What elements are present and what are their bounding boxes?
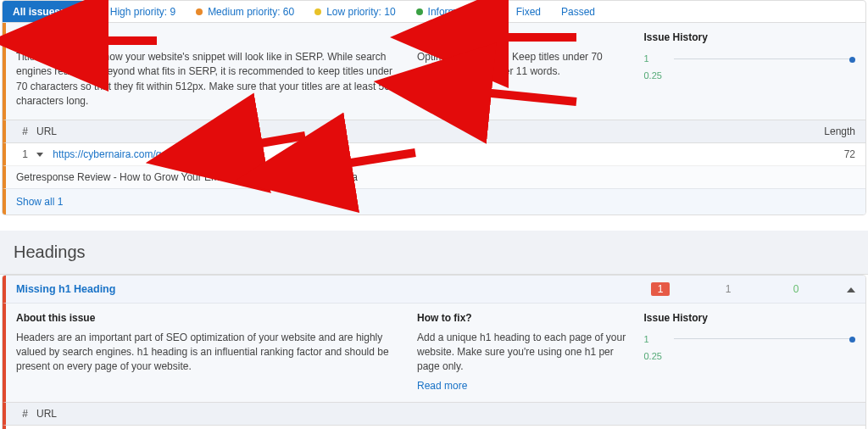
issue-title[interactable]: Missing h1 Heading [16, 283, 626, 295]
stat-current: 1 [626, 282, 694, 296]
read-more-link-2[interactable]: Read more [417, 380, 467, 392]
dot-orange-icon [196, 8, 203, 15]
issue-detail-panel-2: About this issue Headers are an importan… [3, 304, 865, 402]
tab-medium-count: 60 [283, 6, 294, 18]
issue-summary-bar[interactable]: Missing h1 Heading 1 1 0 [3, 276, 865, 304]
section-heading: Headings [0, 231, 868, 275]
row-title-text: Getresponse Review - How to Grow Your Em… [3, 165, 865, 188]
history-point-icon [849, 57, 855, 63]
tab-all-label: All issues: [13, 6, 64, 18]
history-heading-2: Issue History [643, 312, 855, 324]
caret-up-icon [847, 287, 855, 292]
dot-green-icon [416, 8, 423, 15]
priority-tabs: All issues: 97 High priority: 9 Medium p… [3, 1, 865, 23]
collapse-button[interactable] [830, 283, 855, 295]
stat-badge: 1 [651, 282, 670, 296]
row-num: 1 [16, 148, 36, 160]
tab-low-count: 10 [384, 6, 395, 18]
dot-yellow-icon [314, 8, 321, 15]
tab-info-label: Information: [428, 6, 481, 18]
tab-medium-label: Medium priority: [208, 6, 280, 18]
tab-info[interactable]: Information: 18 [406, 1, 506, 22]
col-num-2: # [16, 408, 36, 420]
tab-low-label: Low priority: [326, 6, 381, 18]
stat-prev: 1 [694, 283, 762, 295]
show-all-link[interactable]: Show all 1 [16, 196, 63, 208]
hist2-tick-2: 0.25 [643, 351, 674, 361]
hist-tick-2: 0.25 [643, 70, 674, 81]
col-num: # [16, 125, 36, 137]
about-heading: About this issue [16, 31, 402, 43]
table-row[interactable]: 1 https://cybernaira.com/getresponse-rev… [3, 143, 865, 165]
tab-low[interactable]: Low priority: 10 [304, 1, 405, 22]
read-more-link[interactable]: Read more [417, 85, 467, 97]
col-length: Length [787, 125, 855, 137]
history-heading: Issue History [643, 31, 855, 43]
tab-passed-label: Passed [561, 6, 595, 18]
about-text-2: Headers are an important part of SEO opt… [16, 331, 402, 375]
tab-medium[interactable]: Medium priority: 60 [186, 1, 304, 22]
url-table-header-2: # URL [3, 402, 865, 426]
col-url-2: URL [36, 408, 855, 420]
stat-fixed: 0 [762, 283, 830, 295]
about-heading-2: About this issue [16, 312, 402, 324]
tab-all-count: 97 [66, 6, 77, 18]
history-chart: 1 0.25 [643, 50, 855, 84]
url-link[interactable]: https://cybernaira.com/getresponse-revie… [53, 148, 247, 160]
url-table-header: # URL Length [3, 120, 865, 143]
history-point-icon [849, 337, 855, 343]
issue-detail-panel: About this issue Title length defines ho… [3, 23, 865, 120]
fix-text: Optimize title length. Keep titles under… [417, 50, 629, 80]
col-url: URL [36, 125, 787, 137]
fix-heading: How to fix? [417, 31, 629, 43]
tab-passed[interactable]: Passed [551, 1, 605, 22]
tab-info-count: 18 [484, 6, 495, 18]
table-row-2[interactable]: 1 https://cybernaira.com/ › [3, 426, 865, 429]
tab-fixed-label: Fixed [516, 6, 541, 18]
about-text: Title length defines how your website's … [16, 50, 402, 109]
tab-high[interactable]: High priority: 9 [88, 1, 186, 22]
hist2-tick-1: 1 [643, 334, 674, 344]
tab-high-label: High priority: [110, 6, 167, 18]
hist-tick-1: 1 [643, 53, 674, 64]
fix-heading-2: How to fix? [417, 312, 629, 324]
history-chart-2: 1 0.25 [643, 331, 855, 365]
fix-text-2: Add a unique h1 heading to each page of … [417, 331, 629, 375]
tab-all-issues[interactable]: All issues: 97 [3, 1, 88, 22]
dot-red-icon [98, 8, 105, 15]
caret-down-icon[interactable] [36, 153, 43, 157]
tab-fixed[interactable]: Fixed [506, 1, 551, 22]
tab-high-count: 9 [170, 6, 175, 18]
row-length: 72 [787, 148, 855, 160]
